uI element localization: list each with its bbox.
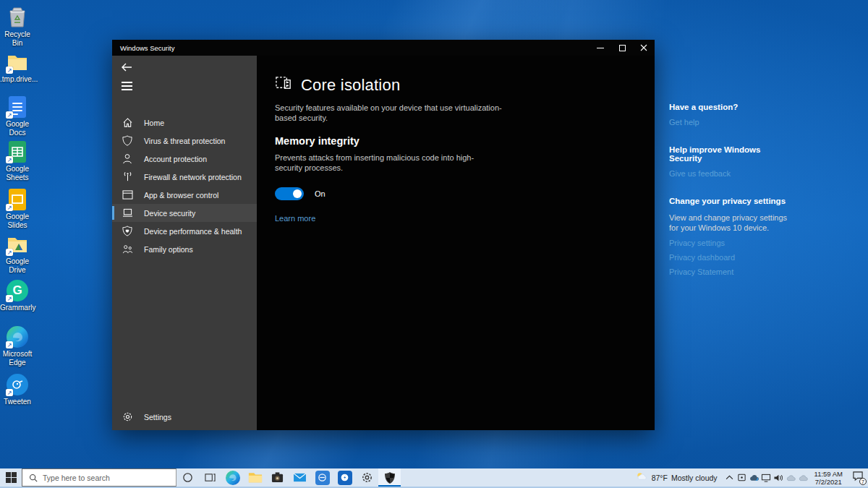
sidebar-nav: Home Virus & threat protection Account p… [112,114,257,258]
sidebar-item-label: Family options [144,245,193,254]
sidebar-item-label: Device security [144,209,195,218]
cloud-gray-icon [798,474,809,481]
window-titlebar[interactable]: Windows Security [112,40,655,56]
tray-onedrive-icon[interactable] [748,474,760,481]
memory-integrity-toggle[interactable] [275,187,304,200]
sidebar-item-label: Virus & threat protection [144,137,225,145]
search-placeholder: Type here to search [43,474,110,482]
taskbar-search[interactable]: Type here to search [22,468,176,487]
taskbar-edge[interactable] [221,468,244,487]
google-slides-icon: ↗ [5,188,30,211]
file-explorer-icon [248,471,263,484]
close-icon [640,44,647,51]
recycle-bin-icon [5,6,30,29]
sidebar-item-label: Device performance & health [144,227,242,236]
windows-security-shield-icon [384,471,396,484]
sidebar-item-label: App & browser control [144,191,218,200]
help-improve-heading: Help improve Windows Security [669,145,793,163]
edge-icon [226,471,240,485]
sidebar-item-settings[interactable]: Settings [112,408,257,426]
sidebar-item-device-security[interactable]: Device security [112,204,257,222]
tweeten-icon: ↗ [5,373,30,396]
taskbar-camera[interactable] [266,468,289,487]
taskbar-settings[interactable] [356,468,378,487]
close-button[interactable] [633,40,655,56]
heart-shield-icon [122,226,133,237]
edge-icon: ↗ [5,325,30,348]
desktop-icon-label: Tweeten [0,398,35,406]
taskbar-windows-security[interactable] [378,468,401,487]
core-isolation-icon [275,74,293,95]
tray-volume-icon[interactable] [773,474,785,482]
taskbar-file-explorer[interactable] [244,468,266,487]
sidebar-item-home[interactable]: Home [112,114,257,132]
privacy-settings-heading: Change your privacy settings [669,197,793,205]
back-arrow-icon [121,62,132,72]
sidebar-item-virus-threat-protection[interactable]: Virus & threat protection [112,132,257,150]
desktop-icon-label: Google Docs [0,120,35,137]
weather-widget[interactable]: 87°F Mostly cloudy [630,471,723,484]
sidebar-item-device-performance-health[interactable]: Device performance & health [112,222,257,240]
desktop-icon-grammarly[interactable]: G ↗ Grammarly [0,279,35,312]
cortana-button[interactable] [176,468,199,487]
sidebar-item-label: Firewall & network protection [144,173,242,181]
taskbar-app-circle[interactable] [311,468,333,487]
folder-icon: ↗ [5,51,30,74]
taskbar-app-globe[interactable] [333,468,356,487]
tray-cloud-icon-1[interactable] [785,474,797,481]
desktop-icon-tweeten[interactable]: ↗ Tweeten [0,373,35,406]
cloud-blue-icon [749,474,760,481]
sidebar-item-account-protection[interactable]: Account protection [112,150,257,168]
taskbar-mail[interactable] [289,468,311,487]
sidebar-item-firewall-network-protection[interactable]: Firewall & network protection [112,168,257,186]
tray-network-icon[interactable] [760,474,773,482]
back-button[interactable] [112,56,257,76]
taskbar: Type here to search [0,468,868,488]
action-center-button[interactable]: 7 [848,471,868,484]
desktop-icon-google-sheets[interactable]: ↗ Google Sheets [0,140,35,182]
desktop-icon-label: Grammarly [0,304,35,312]
task-view-button[interactable] [199,468,221,487]
shortcut-arrow-badge: ↗ [6,249,13,256]
google-sheets-icon: ↗ [5,140,30,163]
update-icon [737,473,746,482]
firewall-icon [122,171,133,183]
aside-column: Have a question? Get help Help improve W… [669,103,793,276]
sidebar-item-family-options[interactable]: Family options [112,240,257,258]
menu-button[interactable] [112,76,257,95]
desktop-icon-microsoft-edge[interactable]: ↗ Microsoft Edge [0,325,35,367]
sidebar-item-app-browser-control[interactable]: App & browser control [112,186,257,204]
privacy-dashboard-link[interactable]: Privacy dashboard [669,253,793,262]
learn-more-link[interactable]: Learn more [275,214,315,223]
tray-update-icon[interactable] [736,473,748,482]
hamburger-icon [122,82,257,90]
tray-chevron-up[interactable] [723,475,736,480]
shield-icon [122,135,133,147]
minimize-button[interactable] [590,40,611,56]
get-help-link[interactable]: Get help [669,118,793,127]
taskbar-clock[interactable]: 11:59 AM 7/2/2021 [809,470,848,486]
give-feedback-link[interactable]: Give us feedback [669,169,793,178]
sidebar-settings: Settings [112,408,257,426]
main-content: Core isolation Security features availab… [257,56,655,430]
maximize-button[interactable] [611,40,633,56]
privacy-statement-link[interactable]: Privacy Statement [669,267,793,276]
mail-icon [293,472,307,483]
section-description: Prevents attacks from inserting maliciou… [275,153,492,173]
desktop-icon-google-slides[interactable]: ↗ Google Slides [0,188,35,230]
desktop-icon-google-docs[interactable]: ↗ Google Docs [0,95,35,137]
clock-time: 11:59 AM [814,470,843,478]
toggle-knob [293,189,302,198]
window-title: Windows Security [112,44,590,52]
desktop-icon-google-drive[interactable]: ↗ Google Drive [0,233,35,275]
desktop-icon-recycle-bin[interactable]: Recycle Bin [0,6,35,48]
shortcut-arrow-badge: ↗ [6,204,13,211]
privacy-settings-link[interactable]: Privacy settings [669,239,793,247]
start-button[interactable] [0,468,22,487]
tray-cloud-icon-2[interactable] [797,474,809,481]
system-tray: 87°F Mostly cloudy [630,468,868,487]
chevron-up-icon [726,475,733,480]
desktop-icon-tmp-drive[interactable]: ↗ .tmp.drive... [0,51,35,84]
sidebar-item-label: Home [144,119,164,127]
laptop-icon [122,207,133,219]
